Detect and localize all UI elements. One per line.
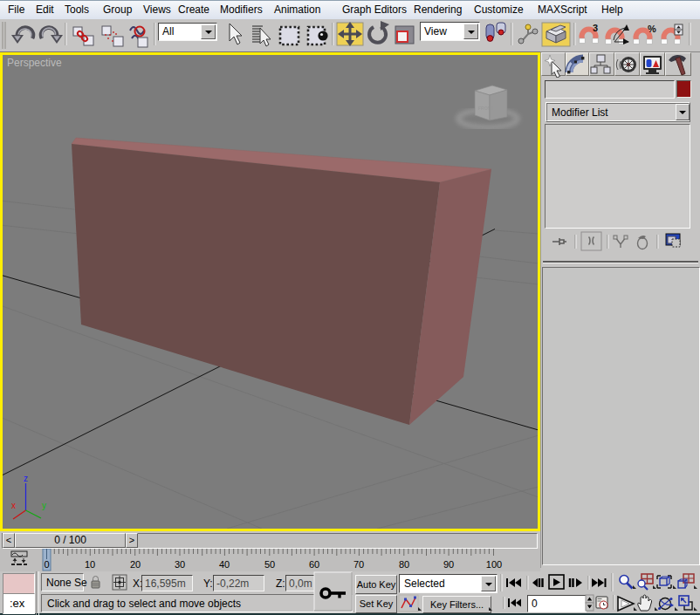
svg-text:80: 80 xyxy=(399,559,409,570)
svg-text:40: 40 xyxy=(219,559,230,570)
svg-text:z: z xyxy=(24,474,28,483)
svg-text:10: 10 xyxy=(85,559,95,570)
svg-text:70: 70 xyxy=(353,559,364,570)
svg-text:30: 30 xyxy=(175,559,185,570)
svg-text:y: y xyxy=(42,501,46,510)
svg-text:%: % xyxy=(648,24,656,34)
svg-text:100: 100 xyxy=(486,559,502,570)
svg-text:20: 20 xyxy=(130,559,141,570)
svg-text:0: 0 xyxy=(44,559,49,570)
svg-text:60: 60 xyxy=(309,559,319,570)
svg-text:90: 90 xyxy=(443,559,454,570)
svg-text:x: x xyxy=(11,501,16,510)
svg-text:FRONT: FRONT xyxy=(478,106,493,111)
svg-text:3: 3 xyxy=(593,23,598,33)
svg-text:50: 50 xyxy=(264,559,275,570)
